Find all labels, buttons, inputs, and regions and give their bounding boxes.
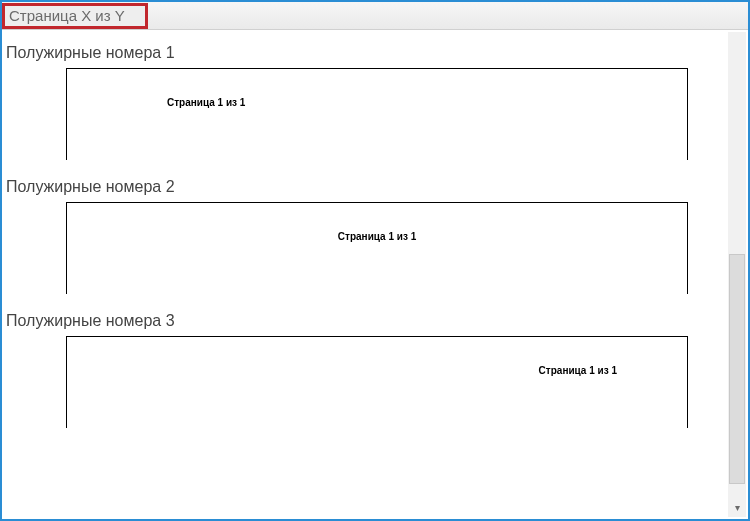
gallery-item[interactable]: Полужирные номера 1 Страница 1 из 1 bbox=[6, 44, 738, 160]
gallery-window: Страница X из Y Полужирные номера 1 Стра… bbox=[0, 0, 750, 521]
gallery-content: Полужирные номера 1 Страница 1 из 1 Полу… bbox=[2, 32, 748, 519]
gallery-item-title: Полужирные номера 2 bbox=[6, 178, 738, 196]
page-preview: Страница 1 из 1 bbox=[66, 68, 688, 160]
page-preview: Страница 1 из 1 bbox=[66, 202, 688, 294]
page-number-sample: Страница 1 из 1 bbox=[539, 365, 617, 376]
section-header-highlight: Страница X из Y bbox=[2, 3, 148, 29]
section-header: Страница X из Y bbox=[2, 2, 748, 30]
scroll-down-arrow[interactable]: ▾ bbox=[728, 497, 746, 517]
gallery-item-title: Полужирные номера 3 bbox=[6, 312, 738, 330]
vertical-scrollbar[interactable]: ▾ bbox=[728, 32, 746, 517]
gallery-item[interactable]: Полужирные номера 3 Страница 1 из 1 bbox=[6, 312, 738, 428]
gallery-item[interactable]: Полужирные номера 2 Страница 1 из 1 bbox=[6, 178, 738, 294]
scrollbar-thumb[interactable] bbox=[729, 254, 745, 484]
section-title: Страница X из Y bbox=[9, 7, 125, 24]
page-preview: Страница 1 из 1 bbox=[66, 336, 688, 428]
chevron-down-icon: ▾ bbox=[735, 502, 740, 513]
page-number-sample: Страница 1 из 1 bbox=[338, 231, 416, 242]
gallery-item-title: Полужирные номера 1 bbox=[6, 44, 738, 62]
page-number-sample: Страница 1 из 1 bbox=[167, 97, 245, 108]
